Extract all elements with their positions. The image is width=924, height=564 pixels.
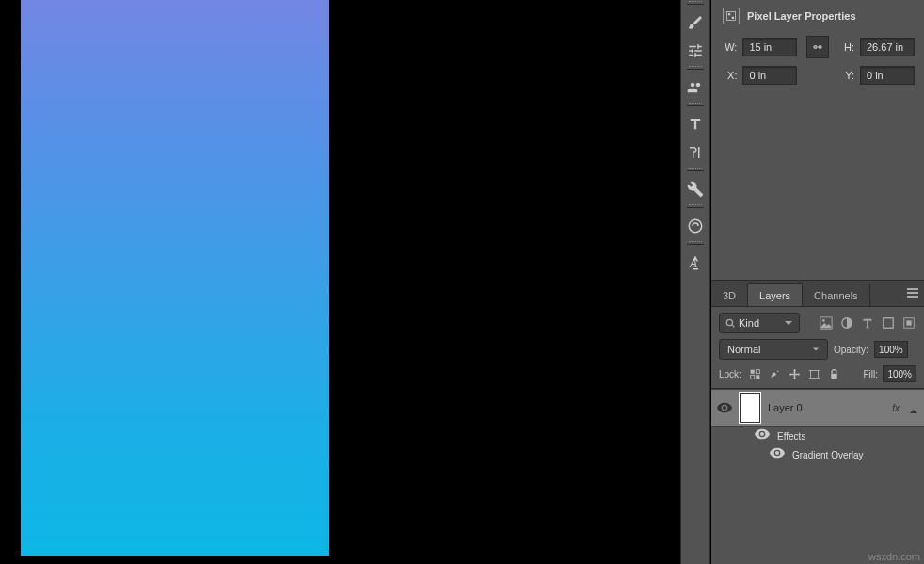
tab-layers[interactable]: Layers bbox=[748, 283, 803, 306]
visibility-toggle[interactable] bbox=[717, 400, 732, 415]
filter-adjustment-icon[interactable] bbox=[839, 315, 854, 330]
filter-smart-icon[interactable] bbox=[901, 315, 916, 330]
panel-tabs: 3D Layers Channels bbox=[711, 281, 924, 307]
effects-collapse-arrow[interactable] bbox=[909, 403, 918, 412]
svg-point-11 bbox=[822, 319, 825, 322]
layers-controls: Kind Normal Opacity: Lock: bbox=[711, 307, 924, 388]
lock-transparency-icon[interactable] bbox=[748, 366, 763, 381]
svg-rect-6 bbox=[907, 292, 918, 294]
lock-artboard-icon[interactable] bbox=[807, 366, 822, 381]
glyphs-tool[interactable]: A bbox=[683, 250, 708, 275]
fx-badge[interactable]: fx bbox=[892, 403, 900, 413]
canvas-area[interactable] bbox=[0, 0, 659, 564]
watermark: wsxdn.com bbox=[868, 551, 920, 562]
blend-mode-select[interactable]: Normal bbox=[719, 339, 828, 360]
x-input[interactable] bbox=[742, 66, 797, 85]
properties-panel: Pixel Layer Properties W: H: X: Y: bbox=[711, 0, 924, 281]
lock-position-icon[interactable] bbox=[788, 366, 803, 381]
effects-row[interactable]: Effects bbox=[711, 427, 924, 445]
settings-tool[interactable] bbox=[683, 39, 708, 63]
svg-rect-17 bbox=[757, 369, 760, 373]
document-artwork[interactable] bbox=[21, 0, 329, 556]
gradient-overlay-visibility-toggle[interactable] bbox=[770, 447, 785, 462]
svg-rect-4 bbox=[732, 17, 734, 19]
link-dimensions-button[interactable] bbox=[806, 36, 828, 58]
svg-rect-26 bbox=[832, 373, 838, 379]
svg-rect-18 bbox=[751, 375, 755, 379]
lock-all-icon[interactable] bbox=[827, 366, 842, 381]
effects-label: Effects bbox=[777, 431, 805, 442]
panel-menu-icon[interactable] bbox=[901, 280, 924, 306]
brush-tool[interactable] bbox=[683, 10, 708, 35]
gradient-overlay-label: Gradient Overlay bbox=[792, 450, 864, 460]
x-label: X: bbox=[721, 70, 737, 81]
opacity-label: Opacity: bbox=[834, 345, 868, 355]
y-input[interactable] bbox=[860, 66, 915, 85]
tab-channels[interactable]: Channels bbox=[803, 284, 869, 306]
lock-label: Lock: bbox=[719, 369, 741, 379]
svg-point-20 bbox=[777, 370, 779, 372]
filter-pixel-icon[interactable] bbox=[819, 315, 834, 330]
width-input[interactable] bbox=[742, 38, 797, 56]
text-tool[interactable] bbox=[683, 112, 708, 137]
lock-image-icon[interactable] bbox=[768, 366, 783, 381]
filter-shape-icon[interactable] bbox=[881, 315, 896, 330]
svg-rect-13 bbox=[884, 318, 894, 329]
tab-3d[interactable]: 3D bbox=[711, 284, 748, 306]
opacity-input[interactable] bbox=[874, 341, 908, 358]
paragraph-tool[interactable] bbox=[683, 140, 708, 165]
svg-rect-7 bbox=[907, 296, 918, 298]
creative-cloud-icon[interactable] bbox=[683, 214, 708, 238]
svg-rect-19 bbox=[757, 375, 760, 379]
svg-rect-21 bbox=[811, 370, 819, 378]
layer-row[interactable]: Layer 0 fx bbox=[711, 389, 924, 427]
properties-title: Pixel Layer Properties bbox=[747, 10, 856, 22]
right-panels: Pixel Layer Properties W: H: X: Y: 3D La… bbox=[711, 0, 924, 564]
svg-rect-16 bbox=[751, 369, 755, 373]
svg-rect-15 bbox=[906, 320, 911, 325]
gradient-overlay-row[interactable]: Gradient Overlay bbox=[711, 445, 924, 464]
layer-thumbnail[interactable] bbox=[740, 393, 760, 423]
svg-line-9 bbox=[732, 325, 735, 328]
tools-crossed-icon[interactable] bbox=[683, 177, 708, 201]
layers-tool[interactable] bbox=[683, 75, 708, 100]
svg-rect-2 bbox=[727, 12, 736, 21]
fill-input[interactable] bbox=[883, 365, 916, 382]
y-label: Y: bbox=[838, 70, 854, 81]
height-input[interactable] bbox=[860, 38, 915, 56]
svg-point-8 bbox=[726, 319, 732, 325]
svg-rect-3 bbox=[728, 13, 730, 15]
svg-rect-5 bbox=[907, 288, 918, 290]
pixel-layer-icon bbox=[723, 8, 740, 24]
svg-text:A: A bbox=[689, 257, 697, 270]
layer-name[interactable]: Layer 0 bbox=[768, 402, 884, 413]
vertical-toolbar: A bbox=[680, 0, 710, 564]
effects-visibility-toggle[interactable] bbox=[755, 428, 770, 443]
svg-point-0 bbox=[689, 219, 702, 233]
layer-filter-kind[interactable]: Kind bbox=[719, 313, 800, 333]
height-label: H: bbox=[838, 41, 854, 53]
filter-type-icon[interactable] bbox=[860, 315, 875, 330]
width-label: W: bbox=[721, 41, 737, 53]
layers-list: Layer 0 fx Effects Gradient Overlay bbox=[711, 389, 924, 464]
fill-label: Fill: bbox=[863, 369, 878, 379]
